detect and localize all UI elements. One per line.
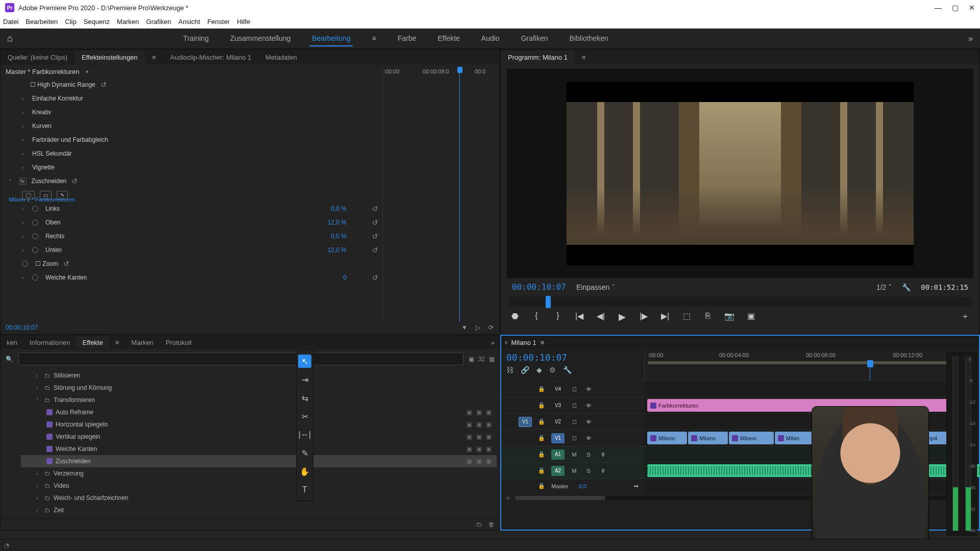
workspace-menu-icon[interactable]: ≡ [370, 31, 378, 46]
extract-icon[interactable]: ⎘ [702, 311, 714, 322]
track-header-a1[interactable]: 🔒A1MS🎙 [501, 446, 644, 462]
preset-weiche-kanten[interactable]: Weiche Kanten▣▣▣ [21, 443, 497, 455]
menu-grafiken[interactable]: Grafiken [146, 18, 171, 26]
program-zoom-dropdown[interactable]: 1/2 ˅ [876, 283, 892, 291]
step-forward-icon[interactable]: |▶ [638, 311, 650, 322]
clip-milano-2[interactable]: Milano [688, 432, 728, 444]
menu-ansicht[interactable]: Ansicht [178, 18, 200, 26]
work-area-bar[interactable] [648, 361, 974, 364]
yuv-filter-icon[interactable]: ▦ [489, 356, 495, 363]
button-editor-plus-icon[interactable]: ＋ [959, 311, 971, 322]
step-back-icon[interactable]: ◀| [595, 311, 607, 322]
chevron-down-icon[interactable]: ▾ [86, 69, 88, 74]
preset-auto-reframe[interactable]: Auto Reframe▣▣▣ [21, 406, 497, 418]
mark-in-icon[interactable]: { [530, 311, 543, 322]
workspace-zusammenstellung[interactable]: Zusammenstellung [228, 31, 292, 46]
folder-transformieren[interactable]: ˅🗀Transformieren [21, 394, 497, 406]
track-header-v2[interactable]: V1🔒V2◻👁 [501, 413, 644, 430]
ripple-tool-icon[interactable]: ⇆ [298, 391, 311, 405]
tab-metadaten[interactable]: Metadaten [258, 51, 304, 64]
razor-tool-icon[interactable]: ✂ [298, 410, 311, 423]
reset-icon[interactable]: ↺ [101, 81, 107, 89]
workspace-grafiken[interactable]: Grafiken [519, 31, 550, 46]
track-header-v4[interactable]: 🔒V4◻👁 [501, 381, 644, 397]
tabs-overflow-icon[interactable]: » [486, 337, 500, 348]
program-timecode[interactable]: 00:00:10:07 [512, 282, 566, 292]
reset-icon[interactable]: ↺ [372, 218, 378, 227]
tab-protokoll[interactable]: Protokoll [160, 337, 198, 348]
folder-stilisieren[interactable]: ›🗀Stilisieren [21, 369, 497, 382]
workspace-audio[interactable]: Audio [479, 31, 502, 46]
panel-menu-icon[interactable]: ≡ [109, 337, 126, 348]
sequence-tab[interactable]: Milano 1 [511, 339, 536, 346]
program-scrub-bar[interactable] [509, 297, 971, 306]
program-canvas[interactable] [507, 69, 973, 278]
menu-fenster[interactable]: Fenster [207, 18, 230, 26]
workspace-bibliotheken[interactable]: Bibliotheken [568, 31, 610, 46]
32bit-filter-icon[interactable]: 32 [478, 356, 485, 363]
ec-play-icon[interactable]: ▷ [476, 324, 480, 331]
delete-icon[interactable]: 🗑 [488, 521, 495, 528]
tab-informationen[interactable]: Informationen [23, 337, 77, 348]
ec-mini-timeline[interactable]: :00:00 00:00:08:0 00:0 [382, 67, 495, 322]
sequence-close-icon[interactable]: × [504, 339, 508, 346]
menu-datei[interactable]: Datei [3, 18, 18, 26]
compare-icon[interactable]: ▣ [745, 311, 757, 322]
folder-verzerrung[interactable]: ›🗀Verzerrung [21, 467, 497, 480]
type-tool-icon[interactable]: T [298, 483, 311, 496]
timeline-timecode[interactable]: 00:00:10:07 [506, 352, 639, 363]
workspace-farbe[interactable]: Farbe [396, 31, 419, 46]
reset-icon[interactable]: ↺ [372, 246, 378, 254]
tab-marken[interactable]: Marken [125, 337, 159, 348]
tab-effekte[interactable]: Effekte [76, 337, 109, 348]
settings-wrench-icon[interactable]: 🔧 [902, 283, 911, 291]
clip-milano-3[interactable]: Milano [729, 432, 774, 444]
add-marker-icon[interactable]: ⬣ [509, 311, 521, 322]
param-oben-value[interactable]: 12,0 % [328, 219, 347, 226]
snap-icon[interactable]: ⛓ [506, 366, 513, 374]
play-icon[interactable]: ▶ [616, 311, 628, 322]
workspace-overflow-icon[interactable]: » [968, 34, 973, 43]
linked-selection-icon[interactable]: 🔗 [521, 366, 529, 374]
folder-zeit[interactable]: ›🗀Zeit [21, 504, 497, 516]
tab-audioclipmischer[interactable]: Audioclip-Mischer: Milano 1 [163, 51, 258, 64]
accel-filter-icon[interactable]: ▣ [469, 356, 474, 363]
tab-effekteinstellungen[interactable]: Effekteinstellungen [75, 51, 145, 64]
timeline-ruler[interactable]: :00:00 00:00:04:00 00:00:08:00 00:00:12:… [645, 349, 979, 363]
slip-tool-icon[interactable]: |↔| [298, 428, 311, 441]
workspace-effekte[interactable]: Effekte [435, 31, 461, 46]
menu-clip[interactable]: Clip [65, 18, 76, 26]
lift-icon[interactable]: ⬚ [680, 311, 693, 322]
folder-video[interactable]: ›🗀Video [21, 480, 497, 492]
track-select-tool-icon[interactable]: ⇥ [298, 373, 311, 386]
workspace-training[interactable]: Training [181, 31, 211, 46]
preset-horizontal-spiegeln[interactable]: Horizontal spiegeln▣▣▣ [21, 418, 497, 431]
selection-tool-icon[interactable]: ↖ [298, 355, 311, 368]
param-rechts-value[interactable]: 0,0 % [331, 233, 347, 240]
tab-program[interactable]: Programm: Milano 1 [501, 51, 575, 64]
folder-storung[interactable]: ›🗀Störung und Körnung [21, 382, 497, 394]
ec-loop-icon[interactable]: ⟳ [488, 324, 494, 331]
minimize-button[interactable]: — [935, 4, 942, 12]
folder-weich[interactable]: ›🗀Weich- und Scharfzeichnen [21, 492, 497, 504]
workspace-bearbeitung[interactable]: Bearbeitung [310, 31, 353, 46]
ec-playhead[interactable] [459, 67, 460, 322]
menu-sequenz[interactable]: Sequenz [84, 18, 110, 26]
param-links-value[interactable]: 0,0 % [331, 205, 347, 212]
menu-marken[interactable]: Marken [117, 18, 139, 26]
param-weiche-kanten-value[interactable]: 0 [343, 274, 347, 281]
track-header-a2[interactable]: 🔒A2MS🎙 [501, 462, 644, 479]
menu-bearbeiten[interactable]: Bearbeiten [26, 18, 58, 26]
reset-icon[interactable]: ↺ [372, 205, 378, 213]
clip-milano-1[interactable]: Milano [647, 432, 687, 444]
track-header-v3[interactable]: 🔒V3◻👁 [501, 397, 644, 413]
reset-icon[interactable]: ↺ [372, 232, 378, 240]
zoom-out-handle[interactable]: ○ [506, 494, 510, 502]
goto-out-icon[interactable]: ▶| [659, 311, 671, 322]
new-bin-icon[interactable]: 🗀 [476, 521, 482, 528]
wrench-icon[interactable]: 🔧 [563, 366, 572, 374]
track-header-master[interactable]: 🔒Master0,0⮕ [501, 479, 644, 493]
menu-hilfe[interactable]: Hilfe [237, 18, 250, 26]
add-marker-icon[interactable]: ◆ [536, 366, 542, 374]
pen-tool-icon[interactable]: ✎ [298, 446, 311, 460]
